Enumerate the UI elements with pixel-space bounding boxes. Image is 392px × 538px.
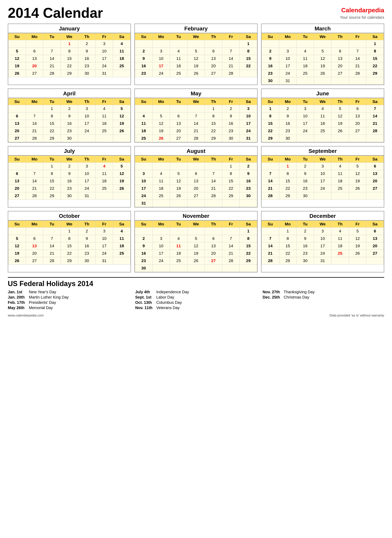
cal-day: 5 <box>331 105 349 112</box>
cal-day: 27 <box>170 135 187 142</box>
cal-day: 28 <box>187 135 205 142</box>
cal-day: 11 <box>113 47 131 55</box>
cal-day: 14 <box>43 242 61 250</box>
cal-day: 19 <box>170 185 187 192</box>
day-header-mo: Mo <box>26 221 43 227</box>
cal-day: 25 <box>113 62 131 70</box>
cal-day: 13 <box>187 177 205 185</box>
month-title-august: August <box>135 146 257 156</box>
cal-day: 15 <box>366 55 384 62</box>
cal-day <box>222 264 240 272</box>
cal-day: 25 <box>170 70 187 77</box>
cal-day: 15 <box>43 120 61 127</box>
cal-day: 18 <box>95 120 113 127</box>
month-block-may: MaySuMoTuWeThFrSa12345678910111213141516… <box>135 89 257 142</box>
cal-day <box>135 40 153 47</box>
cal-day: 24 <box>78 127 96 135</box>
cal-day <box>366 257 384 264</box>
cal-day: 3 <box>95 227 113 235</box>
cal-day: 16 <box>135 250 153 257</box>
cal-day: 21 <box>222 250 240 257</box>
day-header-we: We <box>314 98 331 105</box>
cal-day: 15 <box>262 120 279 127</box>
cal-day: 20 <box>331 62 349 70</box>
cal-day: 18 <box>314 120 331 127</box>
day-header-su: Su <box>8 156 26 162</box>
cal-day: 15 <box>61 55 78 62</box>
cal-day: 16 <box>61 177 78 185</box>
day-header-we: We <box>61 156 78 162</box>
cal-day: 23 <box>222 127 240 135</box>
cal-day: 12 <box>187 55 205 62</box>
brand-subtitle: Your source for calendars <box>340 15 384 20</box>
cal-day: 5 <box>8 47 26 55</box>
day-header-fr: Fr <box>222 156 240 162</box>
cal-day <box>314 40 331 47</box>
cal-day: 24 <box>78 185 96 192</box>
day-header-fr: Fr <box>95 33 113 40</box>
cal-day: 14 <box>205 177 222 185</box>
day-header-sa: Sa <box>240 221 257 227</box>
day-header-fr: Fr <box>222 221 240 227</box>
cal-day <box>205 264 222 272</box>
cal-day: 7 <box>26 170 43 177</box>
cal-day <box>205 199 222 207</box>
cal-day <box>95 135 113 142</box>
cal-day: 29 <box>61 70 78 77</box>
cal-day: 23 <box>78 250 96 257</box>
cal-day: 5 <box>8 235 26 242</box>
cal-day: 30 <box>262 77 279 85</box>
cal-day: 9 <box>61 112 78 120</box>
cal-day: 21 <box>366 120 384 127</box>
cal-day: 17 <box>314 242 331 250</box>
day-header-sa: Sa <box>113 98 131 105</box>
cal-day <box>366 135 384 142</box>
cal-day: 24 <box>314 185 331 192</box>
cal-day: 10 <box>297 112 314 120</box>
cal-day: 21 <box>349 62 366 70</box>
cal-day: 10 <box>78 112 96 120</box>
cal-day: 16 <box>135 62 153 70</box>
cal-day: 22 <box>262 127 279 135</box>
cal-day: 21 <box>187 127 205 135</box>
cal-day: 1 <box>279 162 297 170</box>
cal-day: 18 <box>297 62 314 70</box>
day-header-th: Th <box>331 33 349 40</box>
cal-day: 9 <box>135 242 153 250</box>
day-header-sa: Sa <box>240 156 257 162</box>
cal-day: 24 <box>95 250 113 257</box>
cal-day: 15 <box>205 120 222 127</box>
day-header-su: Su <box>135 98 153 105</box>
cal-day: 13 <box>170 120 187 127</box>
cal-day: 14 <box>26 120 43 127</box>
cal-day: 17 <box>78 177 96 185</box>
cal-day <box>26 40 43 47</box>
cal-day: 24 <box>152 257 170 264</box>
cal-day: 6 <box>205 47 222 55</box>
day-header-th: Th <box>205 221 222 227</box>
cal-day: 18 <box>113 55 131 62</box>
cal-day: 26 <box>113 185 131 192</box>
cal-day: 17 <box>95 242 113 250</box>
day-header-mo: Mo <box>26 33 43 40</box>
cal-day: 10 <box>152 55 170 62</box>
cal-day: 2 <box>61 162 78 170</box>
cal-day: 20 <box>26 250 43 257</box>
cal-day: 12 <box>331 112 349 120</box>
cal-day: 12 <box>8 242 26 250</box>
cal-day: 7 <box>349 47 366 55</box>
day-header-mo: Mo <box>279 156 297 162</box>
cal-day: 23 <box>297 250 314 257</box>
day-header-fr: Fr <box>95 156 113 162</box>
cal-day: 25 <box>135 135 153 142</box>
cal-day: 17 <box>152 250 170 257</box>
day-header-fr: Fr <box>95 221 113 227</box>
cal-day: 16 <box>78 55 96 62</box>
month-title-september: September <box>261 146 384 156</box>
holiday-col-3: Nov. 27thThanksgiving DayDec. 25thChrist… <box>263 290 384 311</box>
cal-day: 19 <box>187 250 205 257</box>
cal-day: 5 <box>113 105 131 112</box>
cal-day: 9 <box>262 55 279 62</box>
cal-day: 10 <box>240 112 257 120</box>
cal-day: 27 <box>8 135 26 142</box>
